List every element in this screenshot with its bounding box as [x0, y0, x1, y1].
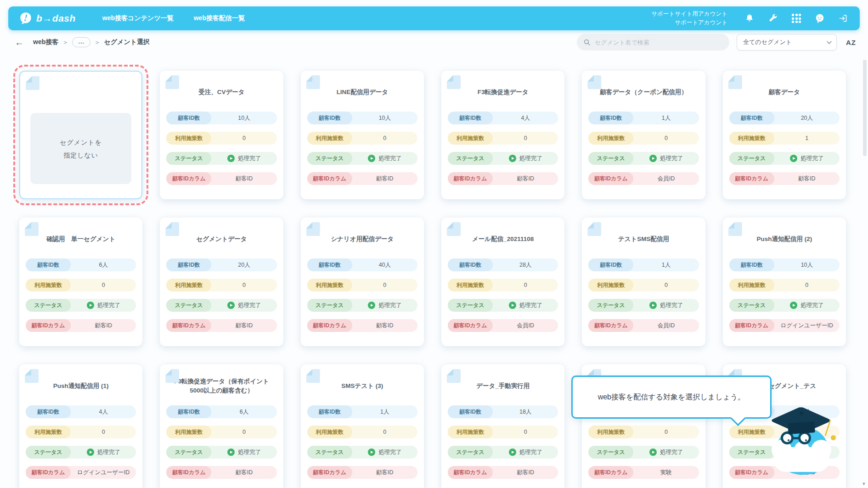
segment-card[interactable]: メール配信_20211108 顧客ID数 28人 利用施策数 0 ステータス 処… — [441, 218, 564, 346]
status-value-wrap: 処理完了 — [211, 449, 276, 456]
measures-count-label: 利用施策数 — [166, 279, 211, 292]
customer-id-count-label: 顧客ID数 — [166, 258, 211, 271]
status-row: ステータス 処理完了 — [448, 299, 558, 312]
measures-count-row: 利用施策数 0 — [588, 132, 699, 145]
segment-card[interactable]: テストSMS配信用 顧客ID数 1人 利用施策数 0 ステータス 処理完了 — [582, 218, 705, 346]
segment-card[interactable]: Push通知配信用 (2) 顧客ID数 10人 利用施策数 0 ステータス 処理… — [723, 218, 846, 346]
customer-id-count-value: 10人 — [774, 261, 840, 269]
customer-id-count-row: 顧客ID数 6人 — [166, 405, 276, 418]
segment-card[interactable]: セグメントデータ 顧客ID数 20人 利用施策数 0 ステータス 処理完了 — [160, 218, 283, 346]
folded-corner-icon — [447, 369, 461, 383]
customer-id-column-label: 顧客IDカラム — [166, 466, 211, 479]
measures-count-row: 利用施策数 0 — [307, 426, 417, 438]
customer-id-count-row: 顧客ID数 28人 — [448, 258, 558, 271]
mascot-cap-base — [788, 421, 815, 434]
customer-id-column-value: 顧客ID — [493, 469, 558, 477]
status-play-icon — [790, 155, 797, 162]
status-play-icon — [87, 449, 94, 456]
folded-corner-icon — [728, 75, 742, 89]
measures-count-value: 1 — [774, 135, 840, 141]
segment-card-rows: 顧客ID数 10人 利用施策数 0 ステータス 処理完了 顧客IDカラム 顧客I… — [307, 112, 417, 185]
customer-id-count-label: 顧客ID数 — [26, 258, 71, 271]
scroll-down-button[interactable]: ▼ — [861, 481, 867, 487]
segment-title: F3転換促進データ — [449, 82, 557, 103]
chevron-down-icon — [827, 39, 832, 44]
breadcrumb-ellipsis-button[interactable]: … — [72, 37, 90, 47]
account-line1: サポートサイト用アカウント — [651, 10, 727, 18]
folded-corner-icon — [447, 75, 461, 89]
status-row: ステータス 処理完了 — [307, 299, 417, 312]
segment-filter-dropdown[interactable]: 全てのセグメント — [737, 34, 837, 50]
status-row: ステータス 処理完了 — [729, 152, 840, 165]
customer-id-column-row: 顧客IDカラム 顧客ID — [307, 172, 417, 185]
segment-card[interactable]: Push通知配信用 (1) 顧客ID数 4人 利用施策数 0 ステータス 処理完… — [19, 365, 142, 488]
segment-card[interactable]: データ_手動実行用 顧客ID数 18人 利用施策数 0 ステータス 処理完了 — [441, 365, 564, 488]
nav-web-delivery-list[interactable]: web接客配信一覧 — [194, 14, 245, 22]
segment-card-rows: 顧客ID数 6人 利用施策数 0 ステータス 処理完了 顧客IDカラム 顧客ID — [26, 258, 136, 332]
az-sort-icon[interactable]: AZ — [846, 39, 856, 46]
mascot-character[interactable] — [767, 411, 841, 481]
customer-id-column-row: 顧客IDカラム 顧客ID — [307, 319, 417, 332]
segment-search-box[interactable] — [577, 34, 729, 50]
segment-card[interactable]: シナリオ用配信データ 顧客ID数 40人 利用施策数 0 ステータス 処理完了 — [301, 218, 424, 346]
segment-card[interactable]: 顧客データ（クーポン配信用） 顧客ID数 1人 利用施策数 0 ステータス 処理… — [582, 71, 705, 199]
segment-card[interactable]: F3転換促進データ 顧客ID数 4人 利用施策数 0 ステータス 処理完了 — [441, 71, 564, 199]
segment-card[interactable]: SMSテスト (3) 顧客ID数 1人 利用施策数 0 ステータス 処理完了 — [301, 365, 424, 488]
customer-id-count-row: 顧客ID数 10人 — [729, 258, 840, 271]
customer-id-count-row: 顧客ID数 4人 — [448, 112, 558, 124]
measures-count-label: 利用施策数 — [26, 279, 71, 292]
segment-search-input[interactable] — [595, 39, 723, 46]
customer-id-count-row: 顧客ID数 20人 — [166, 258, 276, 271]
customer-id-count-label: 顧客ID数 — [729, 258, 774, 271]
customer-id-column-label: 顧客IDカラム — [26, 319, 71, 332]
mascot-cap-button — [800, 411, 803, 415]
measures-count-row: 利用施策数 0 — [448, 426, 558, 438]
measures-count-row: 利用施策数 0 — [26, 426, 136, 438]
segment-card[interactable]: 確認用 単一セグメント 顧客ID数 6人 利用施策数 0 ステータス 処理完了 — [19, 218, 142, 346]
logout-icon[interactable] — [838, 13, 849, 24]
status-value: 処理完了 — [378, 302, 401, 309]
measures-count-row: 利用施策数 0 — [307, 279, 417, 292]
segment-card[interactable]: F3転換促進データ（保有ポイント5000以上の顧客含む） 顧客ID数 6人 利用… — [160, 365, 283, 488]
back-button[interactable]: ← — [15, 37, 24, 48]
no-segment-card[interactable]: セグメントを 指定しない — [19, 71, 142, 199]
customer-id-count-value: 1人 — [633, 114, 699, 122]
segment-card[interactable]: 受注、CVデータ 顧客ID数 10人 利用施策数 0 ステータス 処理完了 — [160, 71, 283, 199]
app-grid-icon[interactable] — [791, 13, 802, 24]
measures-count-label: 利用施策数 — [588, 426, 633, 438]
customer-id-column-value: 会員ID — [493, 322, 558, 330]
measures-count-value: 0 — [211, 429, 276, 435]
status-value: 処理完了 — [378, 449, 401, 456]
bdash-logo[interactable]: b→dash — [19, 12, 76, 25]
status-row: ステータス 処理完了 — [166, 152, 276, 165]
nav-web-contents-list[interactable]: web接客コンテンツ一覧 — [102, 14, 174, 22]
status-label: ステータス — [307, 152, 352, 165]
customer-id-column-label: 顧客IDカラム — [588, 172, 633, 185]
measures-count-label: 利用施策数 — [307, 279, 352, 292]
segment-card[interactable]: LINE配信用データ 顧客ID数 10人 利用施策数 0 ステータス 処理完了 — [301, 71, 424, 199]
customer-id-count-value: 20人 — [774, 114, 840, 122]
customer-id-column-label: 顧客IDカラム — [729, 172, 774, 185]
customer-id-column-row: 顧客IDカラム ログインユーザーID — [26, 466, 136, 479]
status-value-wrap: 処理完了 — [211, 302, 276, 309]
customer-id-column-value: 顧客ID — [493, 175, 558, 183]
app-header: b→dash web接客コンテンツ一覧 web接客配信一覧 サポートサイト用アカ… — [8, 6, 860, 30]
account-info[interactable]: サポートサイト用アカウント サポートアカウント — [651, 10, 727, 28]
no-segment-card-body[interactable]: セグメントを 指定しない — [19, 71, 142, 199]
no-segment-line2: 指定しない — [63, 149, 98, 162]
segment-title: LINE配信用データ — [308, 82, 417, 103]
bell-icon[interactable] — [744, 13, 755, 24]
segment-card-rows: 顧客ID数 6人 利用施策数 0 ステータス 処理完了 顧客IDカラム 顧客ID — [166, 405, 276, 479]
status-value-wrap: 処理完了 — [633, 155, 699, 163]
wrench-icon[interactable] — [767, 13, 778, 24]
segment-title: F3転換促進データ（保有ポイント5000以上の顧客含む） — [167, 376, 276, 397]
folded-corner-icon — [165, 222, 179, 236]
scrollbar-thumb[interactable] — [863, 60, 867, 156]
segment-card-rows: 顧客ID数 1人 利用施策数 0 ステータス 処理完了 顧客IDカラム 会員ID — [588, 258, 699, 332]
customer-id-count-row: 顧客ID数 10人 — [307, 112, 417, 124]
segment-card[interactable]: 顧客データ 顧客ID数 20人 利用施策数 1 ステータス 処理完了 — [723, 71, 846, 199]
support-chat-icon[interactable] — [814, 13, 825, 24]
breadcrumb-root[interactable]: web接客 — [33, 38, 58, 46]
status-value: 処理完了 — [238, 155, 261, 163]
customer-id-column-row: 顧客IDカラム 顧客ID — [307, 466, 417, 479]
